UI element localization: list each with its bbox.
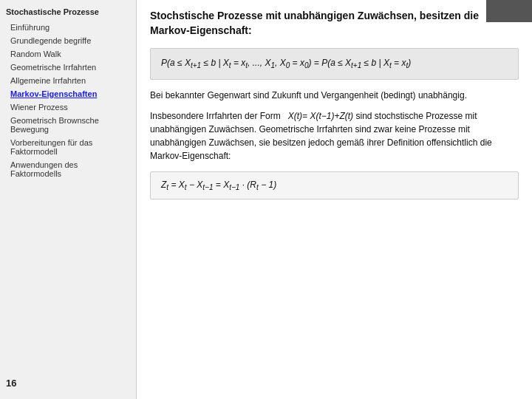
paragraph-1: Bei bekannter Gegenwart sind Zukunft und… (150, 89, 519, 102)
sidebar-item-random-walk[interactable]: Random Walk (0, 47, 136, 61)
sidebar-item-grundlegende[interactable]: Grundlegende begriffe (0, 34, 136, 47)
sidebar-item-markov[interactable]: Markov-Eigenschaften (0, 87, 136, 100)
para2-part1: Insbesondere Irrfahrten der Form (150, 111, 281, 121)
sidebar-item-geometrische[interactable]: Geometrische Irrfahrten (0, 61, 136, 74)
formula-block-2: Zt = Xt − Xt−1 = Xt−1 · (Rt − 1) (150, 171, 519, 200)
para2-formula: X(t)= X(t−1)+Z(t) (288, 109, 353, 123)
paragraph-2: Insbesondere Irrfahrten der Form X(t)= X… (150, 109, 519, 163)
formula-2-text: Zt = Xt − Xt−1 = Xt−1 · (Rt − 1) (161, 180, 276, 190)
formula-1-text: P(a ≤ Xt+1 ≤ b | Xt = xt, ..., X1, X0 = … (161, 58, 411, 68)
main-heading: Stochstische Prozesse mit unabhängigen Z… (150, 9, 519, 38)
top-right-decoration (486, 0, 532, 22)
main-content: Stochstische Prozesse mit unabhängigen Z… (137, 0, 532, 399)
sidebar-item-anwendungen[interactable]: Anwendungen des Faktormodells (0, 158, 136, 180)
sidebar-item-vorbereitung[interactable]: Vorbereitungen für das Faktormodell (0, 136, 136, 158)
sidebar-item-wiener[interactable]: Wiener Prozess (0, 100, 136, 114)
sidebar: Stochastische Prozesse Einführung Grundl… (0, 0, 137, 399)
sidebar-item-brownsche[interactable]: Geometrisch Brownsche Bewegung (0, 114, 136, 136)
sidebar-item-einfuhrung[interactable]: Einführung (0, 21, 136, 34)
sidebar-item-allgemeine[interactable]: Allgemeine Irrfahrten (0, 74, 136, 87)
sidebar-title: Stochastische Prozesse (0, 4, 136, 21)
page-number: 16 (0, 372, 136, 395)
formula-block-1: P(a ≤ Xt+1 ≤ b | Xt = xt, ..., X1, X0 = … (150, 48, 519, 79)
